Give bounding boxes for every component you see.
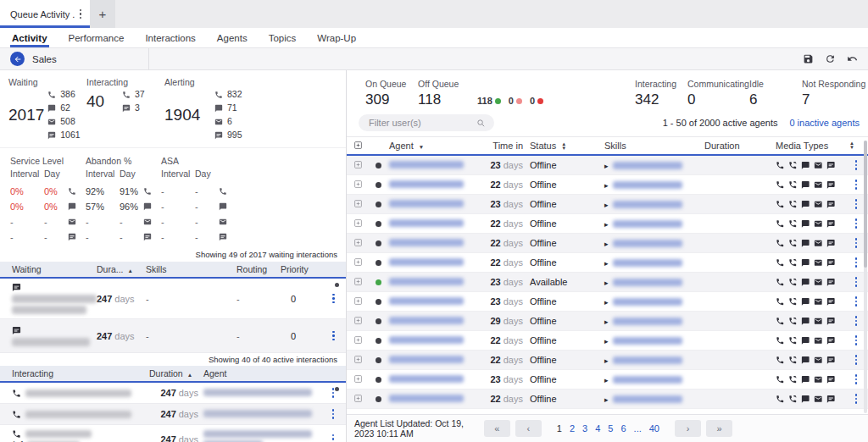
skills-expand-icon[interactable] — [604, 180, 609, 190]
row-menu-icon[interactable] — [852, 238, 860, 248]
expand-row-icon[interactable] — [353, 160, 363, 169]
interacting-row[interactable]: 247days — [0, 383, 346, 404]
expand-row-icon[interactable] — [353, 335, 363, 345]
agent-row[interactable]: 22days Offline — [347, 351, 868, 370]
tab-activity[interactable]: Activity — [12, 28, 47, 47]
tab-topics[interactable]: Topics — [269, 28, 297, 47]
agent-row[interactable]: 22days Offline — [347, 390, 868, 409]
scroll-indicator[interactable] — [335, 283, 339, 287]
agent-row[interactable]: 22days Offline — [347, 234, 868, 253]
row-menu-icon[interactable] — [852, 355, 860, 365]
expand-all-icon[interactable] — [353, 141, 363, 150]
expand-row-icon[interactable] — [353, 257, 363, 267]
vertical-scrollbar[interactable] — [864, 141, 867, 413]
agent-row[interactable]: 23days Offline — [347, 292, 868, 312]
col-duration[interactable]: Duration — [149, 368, 203, 378]
row-menu-icon[interactable] — [852, 296, 860, 307]
row-menu-icon[interactable] — [852, 335, 860, 345]
skills-expand-icon[interactable] — [604, 316, 609, 326]
expand-row-icon[interactable] — [353, 296, 363, 306]
row-menu-icon[interactable] — [852, 160, 860, 170]
page-link[interactable]: 1 — [557, 423, 562, 434]
row-menu-icon[interactable] — [852, 257, 860, 268]
page-link[interactable]: 40 — [649, 423, 659, 434]
tab-performance[interactable]: Performance — [69, 28, 125, 47]
interacting-row[interactable]: 247days — [0, 404, 346, 425]
col-interacting[interactable]: Interacting — [12, 368, 149, 378]
expand-row-icon[interactable] — [353, 394, 363, 403]
window-tab-queue-activity[interactable]: Queue Activity ... — [0, 0, 90, 28]
page-link[interactable]: 6 — [620, 423, 626, 434]
col-time-in[interactable]: Time in — [477, 141, 530, 151]
row-menu-icon[interactable] — [329, 409, 337, 419]
agent-row[interactable]: 23days Offline — [347, 156, 868, 175]
agent-row[interactable]: 29days Offline — [347, 312, 868, 331]
expand-row-icon[interactable] — [353, 238, 363, 247]
refresh-icon[interactable] — [825, 53, 836, 64]
col-skills[interactable]: Skills — [146, 264, 236, 274]
skills-expand-icon[interactable] — [604, 218, 609, 229]
waiting-row[interactable]: 247days - - 0 — [0, 279, 346, 319]
tab-interactions[interactable]: Interactions — [145, 28, 195, 47]
scrollbar-thumb[interactable] — [864, 141, 867, 268]
tab-wrap-up[interactable]: Wrap-Up — [317, 28, 356, 47]
filter-users-input[interactable] — [359, 118, 494, 128]
expand-row-icon[interactable] — [353, 218, 363, 228]
row-menu-icon[interactable] — [330, 294, 338, 304]
sort-both-icon[interactable] — [849, 141, 854, 150]
first-page-button[interactable] — [484, 420, 510, 437]
agent-row[interactable]: 23days Offline — [347, 370, 868, 390]
expand-row-icon[interactable] — [353, 374, 363, 384]
tab-kebab-menu-icon[interactable] — [76, 9, 85, 19]
new-tab-button[interactable]: + — [90, 0, 115, 28]
skills-expand-icon[interactable] — [604, 277, 609, 287]
agent-row[interactable]: 22days Offline — [347, 214, 868, 234]
undo-icon[interactable] — [847, 53, 858, 64]
waiting-row[interactable]: 247days - - 0 — [0, 319, 346, 353]
scroll-indicator[interactable] — [335, 387, 339, 391]
skills-expand-icon[interactable] — [604, 238, 609, 248]
page-link[interactable]: 3 — [582, 423, 587, 434]
skills-expand-icon[interactable] — [604, 335, 609, 345]
next-page-button[interactable] — [675, 420, 701, 437]
col-agent[interactable]: Agent — [203, 368, 320, 378]
interacting-row[interactable]: (+1 247days — [0, 425, 346, 442]
skills-expand-icon[interactable] — [604, 355, 609, 365]
row-menu-icon[interactable] — [852, 180, 860, 190]
skills-expand-icon[interactable] — [604, 160, 609, 170]
skills-expand-icon[interactable] — [604, 394, 609, 404]
row-menu-icon[interactable] — [852, 316, 860, 326]
col-media-types[interactable]: Media Types — [776, 141, 846, 151]
expand-row-icon[interactable] — [353, 316, 363, 325]
save-icon[interactable] — [803, 53, 814, 64]
agent-row[interactable]: 22days Offline — [347, 331, 868, 351]
skills-expand-icon[interactable] — [604, 257, 609, 268]
prev-page-button[interactable] — [515, 420, 542, 437]
row-menu-icon[interactable] — [330, 331, 338, 341]
back-button[interactable] — [10, 52, 25, 66]
agent-row[interactable]: 23days Offline — [347, 195, 868, 214]
col-duration[interactable]: Duration — [704, 141, 776, 151]
row-menu-icon[interactable] — [852, 199, 860, 209]
expand-row-icon[interactable] — [353, 199, 363, 208]
page-link[interactable]: 5 — [608, 423, 613, 434]
skills-expand-icon[interactable] — [604, 374, 609, 384]
tab-agents[interactable]: Agents — [217, 28, 248, 47]
page-link[interactable]: ... — [634, 423, 642, 434]
col-routing[interactable]: Routing — [236, 264, 281, 274]
page-link[interactable]: 2 — [570, 423, 575, 434]
expand-row-icon[interactable] — [353, 355, 363, 364]
row-menu-icon[interactable] — [852, 218, 860, 229]
col-skills[interactable]: Skills — [604, 141, 704, 151]
row-menu-icon[interactable] — [852, 394, 860, 404]
agent-row[interactable]: 22days Offline — [347, 175, 868, 195]
row-menu-icon[interactable] — [852, 277, 860, 287]
col-status[interactable]: Status — [530, 141, 604, 151]
last-page-button[interactable] — [706, 420, 732, 437]
inactive-agents-link[interactable]: 0 inactive agents — [789, 118, 860, 128]
skills-expand-icon[interactable] — [604, 296, 609, 307]
col-duration[interactable]: Dura... — [97, 264, 146, 274]
col-priority[interactable]: Priority — [281, 264, 321, 274]
row-menu-icon[interactable] — [852, 374, 860, 384]
agent-row[interactable]: 23days Available — [347, 273, 868, 292]
